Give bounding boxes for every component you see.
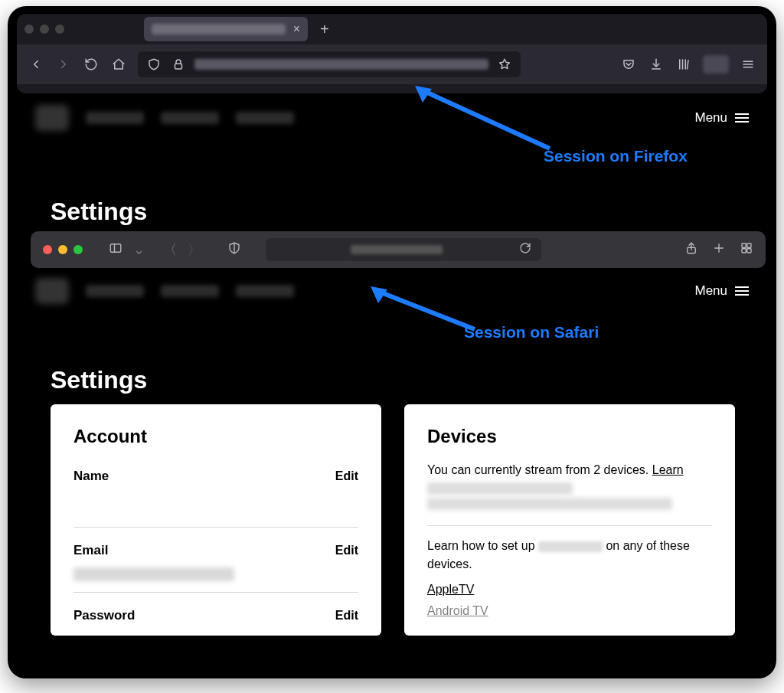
edit-email-link[interactable]: Edit	[335, 544, 358, 557]
share-icon[interactable]	[684, 241, 698, 258]
account-name-row: Name Edit	[74, 461, 358, 489]
nav-item-blurred[interactable]	[236, 112, 294, 124]
nav-item-blurred[interactable]	[161, 285, 219, 297]
pocket-icon[interactable]	[620, 56, 637, 73]
library-icon[interactable]	[675, 56, 692, 73]
svg-rect-4	[742, 244, 746, 247]
devices-stream-text: You can currently stream from 2 devices.…	[427, 461, 712, 479]
lock-icon[interactable]	[170, 56, 187, 73]
safari-window: ⌄ 〈 〉	[31, 231, 766, 268]
devices-setup-text: Learn how to set up on any of these devi…	[427, 537, 712, 574]
firefox-address-bar[interactable]	[138, 51, 521, 77]
settings-cards: Account Name Edit Email Edit Password Ed…	[51, 404, 735, 636]
divider	[427, 525, 712, 526]
edit-name-link[interactable]: Edit	[335, 469, 358, 483]
svg-rect-5	[747, 244, 751, 247]
nav-item-blurred[interactable]	[86, 285, 144, 297]
window-traffic-lights	[43, 245, 83, 254]
forward-icon[interactable]: 〉	[188, 240, 201, 259]
sidebar-toggle-icon[interactable]	[109, 241, 122, 258]
edit-password-link[interactable]: Edit	[335, 609, 358, 623]
tab-title-blurred	[152, 24, 286, 34]
service-name-blurred	[538, 541, 603, 552]
firefox-menu-icon[interactable]	[740, 56, 756, 73]
new-tab-icon[interactable]	[712, 241, 726, 258]
traffic-zoom-icon[interactable]	[74, 245, 83, 254]
svg-rect-7	[747, 249, 751, 253]
email-label: Email	[74, 543, 108, 558]
svg-rect-2	[110, 244, 121, 253]
devices-line1-text: You can currently stream from 2 devices.	[427, 463, 652, 476]
password-label: Password	[74, 608, 135, 623]
privacy-shield-icon[interactable]	[227, 241, 241, 258]
annotation-firefox: Session on Firefox	[544, 147, 688, 165]
site-menu-button[interactable]: Menu	[694, 283, 749, 299]
close-tab-icon[interactable]: ×	[293, 23, 300, 35]
divider	[74, 527, 358, 528]
hamburger-icon	[735, 284, 749, 298]
back-icon[interactable]: 〈	[163, 240, 177, 259]
site-header-firefox: Menu	[17, 96, 767, 139]
traffic-zoom-icon[interactable]	[55, 25, 64, 34]
nav-item-blurred[interactable]	[236, 285, 294, 297]
devices-list: AppleTV Android TV	[427, 583, 712, 618]
menu-label: Menu	[694, 283, 727, 299]
devices-text-blurred	[427, 498, 672, 510]
nav-item-blurred[interactable]	[86, 112, 144, 124]
downloads-icon[interactable]	[648, 56, 665, 73]
divider	[74, 592, 358, 593]
svg-rect-6	[742, 249, 746, 253]
account-password-row: Password Edit	[74, 600, 358, 628]
devices-card-title: Devices	[427, 426, 712, 447]
reload-icon[interactable]	[518, 241, 532, 258]
device-link-appletv[interactable]: AppleTV	[427, 583, 712, 597]
account-email-row: Email Edit	[74, 535, 358, 563]
nav-item-blurred[interactable]	[161, 112, 219, 124]
email-value-blurred	[74, 567, 234, 581]
site-logo-blurred	[35, 278, 69, 304]
devices-card: Devices You can currently stream from 2 …	[404, 404, 735, 636]
site-menu-button[interactable]: Menu	[694, 110, 749, 126]
tab-overview-icon[interactable]	[740, 241, 753, 258]
firefox-window: × +	[17, 14, 767, 93]
traffic-minimize-icon[interactable]	[58, 245, 67, 254]
bookmark-star-icon[interactable]	[496, 56, 513, 73]
traffic-close-icon[interactable]	[24, 25, 34, 34]
forward-icon[interactable]	[55, 56, 72, 73]
safari-address-bar[interactable]	[266, 238, 541, 261]
back-icon[interactable]	[28, 56, 44, 73]
account-card: Account Name Edit Email Edit Password Ed…	[51, 404, 381, 636]
page-title: Settings	[51, 198, 147, 226]
annotation-safari: Session on Safari	[464, 323, 599, 342]
url-blurred	[351, 245, 443, 254]
device-link-androidtv[interactable]: Android TV	[427, 604, 712, 618]
new-tab-button[interactable]: +	[320, 21, 329, 37]
tab-group-chevron-icon[interactable]: ⌄	[133, 241, 145, 258]
site-logo-blurred	[35, 105, 69, 131]
menu-label: Menu	[694, 110, 727, 126]
name-label: Name	[74, 469, 109, 484]
setup-prefix-text: Learn how to set up	[427, 539, 538, 552]
devices-text-blurred	[427, 482, 573, 495]
home-icon[interactable]	[110, 56, 127, 73]
account-card-title: Account	[74, 426, 358, 447]
bottom-crop	[8, 669, 776, 678]
hamburger-icon	[735, 111, 749, 125]
traffic-minimize-icon[interactable]	[40, 25, 49, 34]
page-title: Settings	[51, 366, 147, 394]
traffic-close-icon[interactable]	[43, 245, 52, 254]
svg-rect-0	[175, 64, 182, 69]
learn-link[interactable]: Learn	[652, 463, 684, 476]
url-blurred	[194, 59, 488, 70]
account-avatar-blurred[interactable]	[703, 55, 729, 74]
firefox-toolbar	[17, 44, 767, 84]
firefox-tabstrip: × +	[17, 14, 767, 44]
reload-icon[interactable]	[83, 56, 100, 73]
shield-icon[interactable]	[145, 56, 162, 73]
browser-tab[interactable]: ×	[144, 17, 308, 41]
window-traffic-lights	[24, 25, 64, 34]
